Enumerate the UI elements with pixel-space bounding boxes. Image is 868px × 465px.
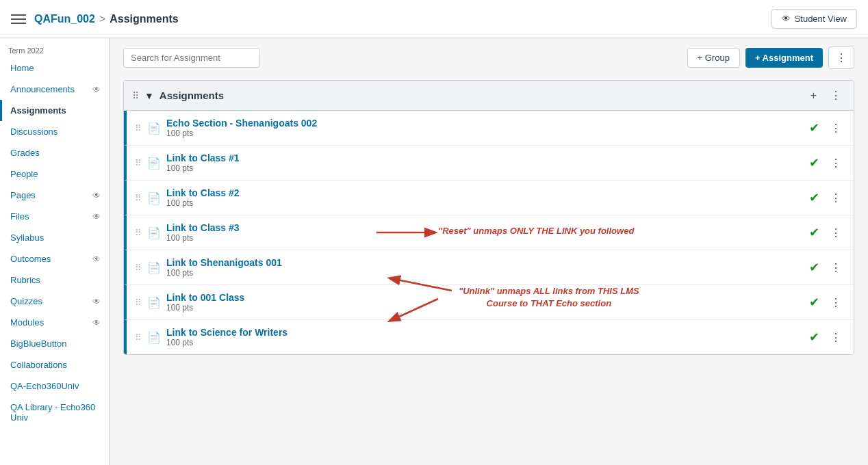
toolbar-more-button[interactable]: ⋮: [828, 46, 854, 69]
group-toggle-icon[interactable]: ▼: [144, 90, 154, 101]
hamburger-menu[interactable]: [11, 14, 26, 24]
row-more-button[interactable]: ⋮: [826, 155, 845, 171]
sidebar-item-quizzes[interactable]: Quizzes 👁: [0, 291, 109, 312]
course-name[interactable]: QAFun_002: [34, 13, 95, 25]
row-drag-handle[interactable]: ⠿: [135, 228, 142, 238]
assignment-points: 100 pts: [166, 338, 288, 347]
breadcrumb: QAFun_002 > Assignments: [34, 13, 179, 25]
row-left: ⠿ 📄 Link to Class #2 100 pts: [135, 187, 240, 208]
sidebar-label-announcements: Announcements: [10, 84, 75, 94]
assignment-points: 100 pts: [166, 268, 282, 278]
row-drag-handle[interactable]: ⠿: [135, 123, 142, 133]
sidebar-item-qa-echo360[interactable]: QA-Echo360Univ: [0, 375, 109, 397]
sidebar-item-discussions[interactable]: Discussions: [0, 121, 109, 142]
row-right: ✔ ⋮: [809, 120, 845, 136]
main-layout: Term 2022 Home Announcements 👁 Assignmen…: [0, 38, 868, 465]
reset-annotation: "Reset" unmaps ONLY THE LINK you followe…: [438, 226, 634, 236]
eye-icon-outcomes: 👁: [92, 254, 101, 264]
sidebar-item-home[interactable]: Home: [0, 57, 109, 79]
sidebar-item-qa-library[interactable]: QA Library - Echo360 Univ: [0, 397, 109, 428]
assignment-title[interactable]: Link to Class #1: [166, 152, 240, 163]
add-group-button[interactable]: + Group: [687, 48, 740, 68]
top-nav: QAFun_002 > Assignments 👁 Student View: [0, 0, 868, 38]
sidebar-item-outcomes[interactable]: Outcomes 👁: [0, 248, 109, 269]
group-header: ⠿ ▼ Assignments + ⋮: [124, 81, 854, 111]
sidebar-item-grades[interactable]: Grades: [0, 142, 109, 163]
eye-icon-announcements: 👁: [92, 85, 101, 94]
assignment-title[interactable]: Echo Section - Shenanigoats 002: [166, 118, 317, 129]
sidebar-label-syllabus: Syllabus: [10, 232, 44, 243]
group-add-button[interactable]: +: [806, 88, 821, 103]
search-input[interactable]: [131, 53, 253, 63]
row-drag-handle[interactable]: ⠿: [135, 158, 142, 168]
row-more-button[interactable]: ⋮: [826, 120, 845, 136]
add-assignment-button[interactable]: + Assignment: [745, 48, 823, 68]
sidebar-label-home: Home: [10, 63, 34, 73]
sidebar-item-assignments[interactable]: Assignments: [0, 100, 109, 121]
sidebar-item-modules[interactable]: Modules 👁: [0, 312, 109, 333]
sidebar-item-syllabus[interactable]: Syllabus: [0, 227, 109, 248]
student-view-button[interactable]: 👁 Student View: [771, 9, 857, 29]
sidebar-item-pages[interactable]: Pages 👁: [0, 185, 109, 206]
sidebar-item-files[interactable]: Files 👁: [0, 206, 109, 227]
row-right: ✔ ⋮: [809, 295, 845, 310]
row-more-button[interactable]: ⋮: [826, 225, 845, 241]
assignment-points: 100 pts: [166, 163, 240, 173]
sidebar-label-grades: Grades: [10, 148, 40, 158]
eye-icon-files: 👁: [92, 212, 101, 222]
assignment-icon: 📄: [147, 191, 161, 204]
search-box[interactable]: [123, 48, 260, 68]
table-row: ⠿ 📄 Echo Section - Shenanigoats 002 100 …: [124, 111, 854, 146]
sidebar-item-rubrics[interactable]: Rubrics: [0, 269, 109, 291]
row-more-button[interactable]: ⋮: [826, 190, 845, 206]
sidebar-label-assignments: Assignments: [10, 105, 66, 116]
row-drag-handle[interactable]: ⠿: [135, 332, 142, 343]
assignment-points: 100 pts: [166, 303, 244, 313]
group-title: Assignments: [159, 90, 224, 101]
table-row: ⠿ 📄 Link to Class #1 100 pts ✔ ⋮: [124, 146, 854, 181]
row-left: ⠿ 📄 Echo Section - Shenanigoats 002 100 …: [135, 118, 317, 138]
row-right: ✔ ⋮: [809, 260, 845, 276]
group-drag-handle[interactable]: ⠿: [132, 90, 139, 101]
row-more-button[interactable]: ⋮: [826, 260, 845, 276]
add-group-label: + Group: [698, 53, 730, 63]
group-more-button[interactable]: ⋮: [826, 88, 845, 103]
assignment-points: 100 pts: [166, 129, 317, 138]
toolbar: + Group + Assignment ⋮: [123, 46, 854, 69]
sidebar-item-people[interactable]: People: [0, 163, 109, 185]
published-icon: ✔: [809, 155, 819, 170]
sidebar-item-collaborations[interactable]: Collaborations: [0, 354, 109, 375]
table-row: ⠿ 📄 Link to Shenanigoats 001 100 pts ✔ ⋮: [124, 250, 854, 285]
sidebar-label-outcomes: Outcomes: [10, 254, 51, 264]
sidebar-label-modules: Modules: [10, 317, 44, 328]
assignment-title[interactable]: Link to Shenanigoats 001: [166, 257, 282, 268]
row-drag-handle[interactable]: ⠿: [135, 297, 142, 308]
sidebar-item-bigbluebutton[interactable]: BigBlueButton: [0, 333, 109, 354]
sidebar-label-pages: Pages: [10, 190, 36, 200]
row-right: ✔ ⋮: [809, 330, 845, 345]
assignment-points: 100 pts: [166, 233, 240, 243]
more-vert-icon: ⋮: [836, 52, 847, 64]
row-info: Link to Science for Writers 100 pts: [166, 327, 288, 347]
sidebar: Term 2022 Home Announcements 👁 Assignmen…: [0, 38, 110, 465]
row-info: Link to Class #2 100 pts: [166, 187, 240, 208]
sidebar-label-discussions: Discussions: [10, 127, 58, 137]
row-left: ⠿ 📄 Link to Class #1 100 pts: [135, 152, 240, 173]
row-left: ⠿ 📄 Link to 001 Class 100 pts: [135, 292, 244, 313]
assignment-title[interactable]: Link to Class #2: [166, 187, 240, 198]
toolbar-right: + Group + Assignment ⋮: [687, 46, 854, 69]
assignment-icon: 📄: [147, 296, 161, 309]
row-drag-handle[interactable]: ⠿: [135, 193, 142, 203]
row-more-button[interactable]: ⋮: [826, 295, 845, 310]
assignment-title[interactable]: Link to 001 Class: [166, 292, 244, 303]
row-info: Echo Section - Shenanigoats 002 100 pts: [166, 118, 317, 138]
sidebar-label-bigbluebutton: BigBlueButton: [10, 338, 66, 349]
row-more-button[interactable]: ⋮: [826, 330, 845, 345]
sidebar-label-quizzes: Quizzes: [10, 296, 42, 306]
assignment-title[interactable]: Link to Science for Writers: [166, 327, 288, 338]
row-drag-handle[interactable]: ⠿: [135, 263, 142, 273]
sidebar-item-announcements[interactable]: Announcements 👁: [0, 79, 109, 100]
row-info: Link to 001 Class 100 pts: [166, 292, 244, 313]
assignment-title[interactable]: Link to Class #3: [166, 222, 240, 233]
row-right: ✔ ⋮: [809, 225, 845, 241]
